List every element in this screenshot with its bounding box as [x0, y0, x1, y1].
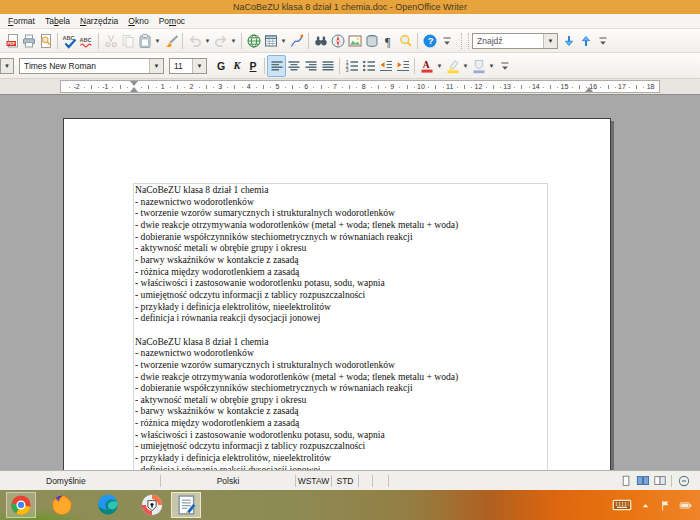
bullet-list-icon[interactable] — [360, 56, 377, 76]
single-page-view-icon[interactable] — [617, 473, 634, 489]
selection-mode-field[interactable]: STD — [337, 476, 354, 486]
highlighting-dropdown-icon[interactable]: ▼ — [461, 56, 470, 76]
spellcheck-icon[interactable]: ABC — [61, 31, 78, 51]
document-line[interactable]: - umiejętność odczytu informacji z tabli… — [135, 289, 545, 301]
underline-button[interactable]: P — [245, 57, 261, 75]
table-icon[interactable] — [262, 31, 279, 51]
multi-page-view-icon[interactable] — [634, 473, 651, 489]
align-right-icon[interactable] — [302, 56, 319, 76]
horizontal-ruler[interactable]: -2-1123456789101112131415161718 — [60, 80, 660, 93]
document-line[interactable]: - właściwości i zastosowanie wodorotlenk… — [135, 277, 545, 289]
show-hidden-icons-icon[interactable] — [639, 499, 652, 512]
menu-tabela[interactable]: Tabela — [42, 15, 77, 27]
document-line[interactable]: - dwie reakcje otrzymywania wodorotlenkó… — [135, 219, 545, 231]
undo-icon[interactable] — [186, 31, 203, 51]
document-line[interactable]: NaCoBeZU klasa 8 dział 1 chemia — [135, 184, 545, 196]
menu-okno[interactable]: Okno — [125, 15, 155, 27]
taskbar-secure-browser[interactable] — [137, 492, 167, 518]
taskbar-edge[interactable] — [93, 492, 123, 518]
document-line[interactable]: - umiejętność odczytu informacji z tabli… — [135, 440, 545, 452]
document-line[interactable]: - różnica między wodorotlenkiem a zasadą — [135, 417, 545, 429]
document-line[interactable]: NaCoBeZU klasa 8 dział 1 chemia — [135, 336, 545, 348]
page-style-field[interactable]: Domyślnie — [46, 476, 86, 486]
document-line[interactable]: - przykłady i definicja elektrolitów, ni… — [135, 452, 545, 464]
table-dropdown-icon[interactable]: ▼ — [279, 31, 288, 51]
paste-dropdown-icon[interactable]: ▼ — [153, 31, 162, 51]
document-line[interactable]: - dwie reakcje otrzymywania wodorotlenkó… — [135, 371, 545, 383]
undo-dropdown-icon[interactable]: ▼ — [203, 31, 212, 51]
menu-narzedzia[interactable]: Narzędzia — [77, 15, 125, 27]
autospellcheck-icon[interactable]: ABC — [78, 31, 95, 51]
export-pdf-icon[interactable]: PDF — [3, 31, 20, 51]
font-name-dropdown-icon[interactable]: ▼ — [149, 59, 163, 73]
datasources-icon[interactable] — [363, 31, 380, 51]
document-line[interactable]: - barwy wskaźników w kontakcie z zasadą — [135, 405, 545, 417]
redo-dropdown-icon[interactable]: ▼ — [229, 31, 238, 51]
zoom-icon[interactable] — [397, 31, 414, 51]
first-line-indent-marker[interactable] — [130, 81, 138, 86]
document-view[interactable]: NaCoBeZU klasa 8 dział 1 chemia- nazewni… — [0, 95, 700, 470]
numbered-list-icon[interactable]: 123 — [343, 56, 360, 76]
print-icon[interactable] — [20, 31, 37, 51]
find-up-icon[interactable] — [577, 31, 594, 51]
formatting-marks-icon[interactable]: ¶ — [380, 31, 397, 51]
document-line[interactable]: - dobieranie współczynników stechiometry… — [135, 382, 545, 394]
document-blank-line[interactable] — [135, 324, 545, 336]
font-color-icon[interactable]: A — [418, 56, 435, 76]
paintbrush-icon[interactable] — [162, 31, 179, 51]
document-line[interactable]: - dobieranie współczynników stechiometry… — [135, 231, 545, 243]
decrease-indent-icon[interactable] — [377, 56, 394, 76]
find-input[interactable]: Znajdź — [473, 36, 543, 46]
insert-mode-field[interactable]: WSTAW — [298, 476, 330, 486]
hyperlink-icon[interactable] — [245, 31, 262, 51]
document-line[interactable]: - tworzenie wzorów sumarycznych i strukt… — [135, 207, 545, 219]
toolbar-overflow-icon[interactable] — [594, 31, 611, 51]
find-toolbar-grip[interactable] — [461, 33, 469, 49]
font-name-combo[interactable]: Times New Roman ▼ — [19, 58, 164, 74]
book-view-icon[interactable] — [651, 473, 668, 489]
italic-button[interactable]: K — [229, 57, 245, 75]
language-field[interactable]: Polski — [217, 476, 240, 486]
left-indent-marker[interactable] — [130, 87, 138, 92]
paste-icon[interactable] — [136, 31, 153, 51]
highlighting-icon[interactable] — [444, 56, 461, 76]
font-size-combo[interactable]: 11 ▼ — [169, 58, 207, 74]
document-line[interactable]: - właściwości i zastosowanie wodorotlenk… — [135, 429, 545, 441]
find-combo-dropdown-icon[interactable]: ▼ — [543, 34, 557, 48]
document-page[interactable]: NaCoBeZU klasa 8 dział 1 chemia- nazewni… — [63, 118, 611, 470]
document-line[interactable]: - nazewnictwo wodorotlenków — [135, 347, 545, 359]
font-color-dropdown-icon[interactable]: ▼ — [435, 56, 444, 76]
touch-keyboard-icon[interactable] — [612, 495, 632, 515]
action-center-flag-icon[interactable] — [659, 499, 672, 512]
zoom-out-icon[interactable] — [675, 473, 692, 489]
document-line[interactable]: - różnica między wodorotlenkiem a zasadą — [135, 266, 545, 278]
find-combo[interactable]: Znajdź ▼ — [472, 33, 558, 49]
document-line[interactable]: - tworzenie wzorów sumarycznych i strukt… — [135, 359, 545, 371]
paragraph-style-combo-arrow-icon[interactable]: ▼ — [0, 58, 14, 74]
background-color-icon[interactable] — [470, 56, 487, 76]
cut-icon[interactable] — [102, 31, 119, 51]
document-text[interactable]: NaCoBeZU klasa 8 dział 1 chemia- nazewni… — [135, 184, 545, 470]
bold-button[interactable]: G — [213, 57, 229, 75]
increase-indent-icon[interactable] — [394, 56, 411, 76]
background-color-dropdown-icon[interactable]: ▼ — [487, 56, 496, 76]
toolbar-overflow-icon[interactable] — [438, 31, 455, 51]
document-line[interactable]: - aktywność metali w obrębie grupy i okr… — [135, 394, 545, 406]
copy-icon[interactable] — [119, 31, 136, 51]
window-titlebar[interactable]: NaCoBeZU klasa 8 dział 1 chemia.doc - Op… — [0, 0, 700, 14]
taskbar-writer[interactable] — [171, 492, 201, 518]
page-preview-icon[interactable] — [37, 31, 54, 51]
battery-icon[interactable] — [679, 499, 692, 512]
align-center-icon[interactable] — [285, 56, 302, 76]
toolbar-overflow-icon[interactable] — [496, 56, 513, 76]
menu-pomoc[interactable]: Pomoc — [156, 15, 192, 27]
find-replace-icon[interactable] — [312, 31, 329, 51]
font-size-dropdown-icon[interactable]: ▼ — [192, 59, 206, 73]
align-justify-icon[interactable] — [319, 56, 336, 76]
draw-functions-icon[interactable] — [288, 31, 305, 51]
find-down-icon[interactable] — [560, 31, 577, 51]
document-line[interactable]: - nazewnictwo wodorotlenków — [135, 196, 545, 208]
right-indent-marker[interactable] — [585, 87, 593, 92]
redo-icon[interactable] — [212, 31, 229, 51]
navigator-icon[interactable] — [329, 31, 346, 51]
